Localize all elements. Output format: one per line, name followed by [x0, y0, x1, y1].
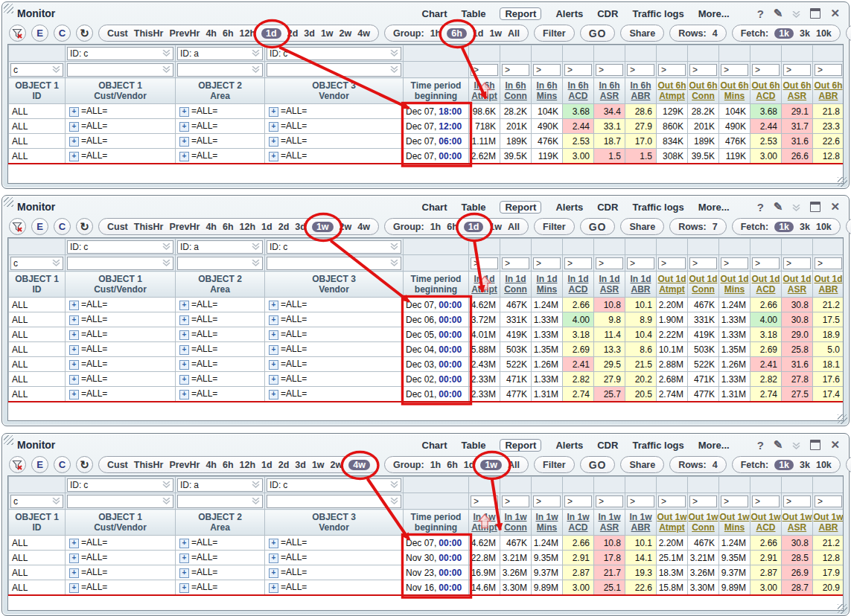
group-option-1h[interactable]: 1h	[430, 460, 442, 470]
group-option-all[interactable]: All	[508, 460, 520, 470]
expand-icon[interactable]: +	[269, 315, 278, 325]
e-button[interactable]: E	[31, 456, 48, 473]
expand-icon[interactable]: +	[69, 345, 79, 355]
metric-header-in-conn[interactable]: In 1wConn	[500, 510, 532, 536]
nav-item-table[interactable]: Table	[461, 202, 485, 213]
range-option-2w[interactable]: 2w	[340, 222, 352, 232]
expand-icon[interactable]: +	[269, 301, 278, 310]
metric-threshold-input[interactable]: >	[627, 64, 654, 76]
range-option-thishr[interactable]: ThisHr	[134, 28, 164, 39]
metric-header-out-asr[interactable]: Out 6hASR	[782, 78, 813, 104]
expand-icon[interactable]: +	[179, 345, 189, 355]
metric-header-out-atmpt[interactable]: Out 1wAtmpt	[657, 510, 688, 536]
group-option-all[interactable]: All	[508, 222, 520, 232]
metric-header-out-mins[interactable]: Out 1dMins	[719, 272, 750, 298]
group-option-1d[interactable]: 1d	[464, 460, 475, 470]
expand-icon[interactable]: +	[179, 360, 189, 370]
expand-icon[interactable]: +	[269, 152, 278, 161]
resize-grip-topleft[interactable]	[4, 4, 13, 13]
range-option-thishr[interactable]: ThisHr	[134, 460, 164, 470]
c-button[interactable]: C	[54, 25, 71, 42]
resize-grip-bottomright[interactable]	[838, 414, 847, 424]
metric-header-in-abr[interactable]: In 6hABR	[625, 78, 657, 104]
metric-threshold-input[interactable]: >	[721, 495, 748, 507]
column-header-object[interactable]: OBJECT 1ID	[9, 272, 66, 298]
metric-threshold-input[interactable]: >	[533, 64, 561, 76]
metric-threshold-input[interactable]: >	[752, 257, 780, 269]
metric-threshold-input[interactable]: >	[689, 495, 717, 507]
metric-header-in-atmpt[interactable]: In 1wAtmpt	[469, 510, 500, 536]
metric-header-in-asr[interactable]: In 6hASR	[594, 78, 625, 104]
metric-threshold-input[interactable]: >	[815, 64, 842, 76]
range-option-2w[interactable]: 2w	[331, 460, 343, 470]
e-button[interactable]: E	[31, 25, 48, 42]
range-option-2d[interactable]: 2d	[278, 222, 290, 232]
fetch-option-3k[interactable]: 3k	[800, 460, 810, 470]
expand-icon[interactable]: +	[179, 390, 189, 400]
share-button[interactable]: Share	[620, 456, 664, 473]
expand-icon[interactable]: +	[69, 301, 79, 310]
fetch-option-1k[interactable]: 1k	[774, 460, 794, 470]
range-option-1w[interactable]: 1w	[312, 460, 325, 470]
expand-icon[interactable]: +	[179, 568, 189, 578]
metric-header-in-conn[interactable]: In 1dConn	[500, 272, 532, 298]
edit-icon[interactable]: ✎	[774, 200, 783, 214]
share-button[interactable]: Share	[620, 218, 664, 235]
refresh-button[interactable]: ↻	[76, 25, 93, 42]
metric-header-out-atmpt[interactable]: Out 1dAtmpt	[657, 272, 688, 298]
expand-icon[interactable]: +	[69, 315, 79, 325]
group-option-6h[interactable]: 6h	[447, 460, 458, 470]
range-option-1w[interactable]: 1w	[321, 28, 334, 39]
metric-header-out-abr[interactable]: Out 6hABR	[813, 78, 844, 104]
expand-icon[interactable]: +	[69, 568, 79, 578]
go-button[interactable]: GO	[580, 25, 616, 42]
metric-header-in-abr[interactable]: In 1wABR	[625, 510, 657, 536]
range-option-cust[interactable]: Cust	[107, 460, 128, 470]
group-option-1h[interactable]: 1h	[430, 28, 442, 39]
range-option-6h[interactable]: 6h	[223, 222, 234, 232]
expand-icon[interactable]: +	[269, 583, 278, 593]
c-button[interactable]: C	[54, 218, 71, 235]
column-header-object[interactable]: OBJECT 1Cust/Vendor	[66, 78, 176, 104]
metric-header-out-acd[interactable]: Out 1wACD	[750, 510, 782, 536]
range-option-3d[interactable]: 3d	[304, 28, 315, 39]
group-option-6h[interactable]: 6h	[447, 222, 458, 232]
object-id-dropdown[interactable]: c	[10, 63, 63, 77]
expand-icon[interactable]: +	[269, 107, 278, 117]
close-icon[interactable]: ✕	[830, 7, 840, 20]
range-option-4w[interactable]: 4w	[348, 460, 370, 470]
refresh-button[interactable]: ↻	[76, 456, 93, 473]
metric-threshold-input[interactable]: >	[627, 257, 654, 269]
resize-grip-topleft[interactable]	[4, 435, 13, 445]
expand-icon[interactable]: +	[69, 375, 79, 385]
resize-grip-bottomright[interactable]	[838, 177, 847, 187]
metric-threshold-input[interactable]: >	[658, 64, 686, 76]
expand-icon[interactable]: +	[69, 390, 79, 400]
group-option-1w[interactable]: 1w	[480, 460, 502, 470]
metric-threshold-input[interactable]: >	[564, 495, 592, 507]
nav-item-more-[interactable]: More...	[698, 440, 730, 451]
expand-icon[interactable]: +	[269, 137, 278, 147]
nav-item-cdr[interactable]: CDR	[597, 202, 618, 213]
expand-icon[interactable]: +	[69, 539, 79, 548]
metric-threshold-input[interactable]: >	[783, 257, 811, 269]
metric-threshold-input[interactable]: >	[752, 64, 780, 76]
object-id-dropdown[interactable]: c	[10, 257, 63, 270]
range-option-12h[interactable]: 12h	[240, 222, 256, 232]
group-option-1w[interactable]: 1w	[489, 222, 502, 232]
go-button[interactable]: GO	[580, 218, 616, 235]
expand-icon[interactable]: +	[269, 390, 278, 400]
range-option-thishr[interactable]: ThisHr	[134, 222, 164, 232]
id-filter-dropdown[interactable]: ID:c	[267, 240, 401, 254]
metric-header-out-abr[interactable]: Out 1wABR	[813, 510, 844, 536]
maximize-icon[interactable]	[810, 202, 820, 212]
range-option-prevhr[interactable]: PrevHr	[169, 28, 200, 39]
column-header-object[interactable]: OBJECT 2Area	[176, 78, 265, 104]
expand-icon[interactable]: +	[179, 137, 189, 147]
group-option-1h[interactable]: 1h	[430, 222, 442, 232]
metric-threshold-input[interactable]: >	[627, 495, 654, 507]
chevron-down-icon[interactable]	[792, 439, 800, 452]
metric-header-in-mins[interactable]: In 1dMins	[532, 272, 563, 298]
group-option-1w[interactable]: 1w	[489, 28, 502, 39]
id-filter-dropdown[interactable]: ID:a	[177, 47, 263, 60]
